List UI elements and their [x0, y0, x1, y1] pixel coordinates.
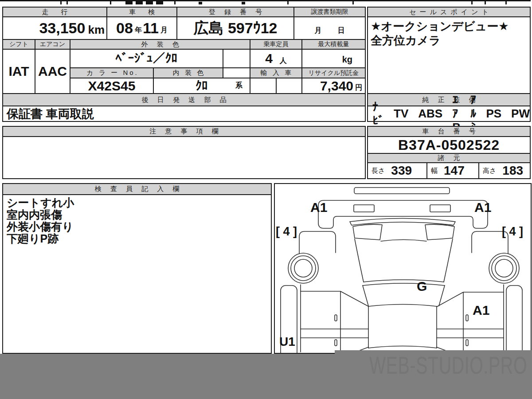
chassis-number-header: 車 台 番 号 [367, 126, 531, 137]
shift-value: IAT [2, 49, 35, 94]
transfer-deadline-value: 月 日 [293, 16, 366, 40]
damage-label-door-right: A1 [473, 303, 489, 318]
damage-label-front-right: A1 [474, 200, 491, 215]
car-diagram: A1 A1 [ 4 ] [ 4 ] G A1 U1 [274, 183, 532, 354]
later-parts-header: 後 日 発 送 部 品 [2, 93, 366, 106]
spec-width: 幅 147 [426, 162, 479, 179]
damage-label-sill-left: U1 [279, 335, 295, 349]
sales-point-line2: 全方位カメラ [371, 33, 527, 47]
maxload-value: kg [301, 49, 366, 68]
capacity-value: 4 人 [250, 49, 302, 68]
sales-point-line1: ★オークションデビュー★ [371, 19, 527, 33]
transfer-deadline-header: 譲渡書類期限 [293, 7, 366, 17]
color-no-header: カ ラ ー No. [70, 67, 154, 78]
empty-cell [223, 49, 250, 68]
shift-header: シフト [2, 39, 35, 50]
exterior-color-header: 外 装 色 [70, 39, 250, 50]
damage-label-side-right: [ 4 ] [502, 225, 523, 239]
damage-label-front-left: A1 [310, 200, 327, 215]
spec-length: 長さ 339 [367, 162, 427, 179]
interior-color-header: 内 装 色 [153, 67, 223, 78]
equipment-item: ABS [418, 107, 442, 121]
empty-cell [223, 67, 250, 78]
recycle-header: リサイクル預託金 [301, 67, 366, 78]
color-no-value: X42S45 [70, 78, 154, 94]
sales-point-body: ★オークションデビュー★ 全方位カメラ [367, 16, 531, 94]
specs-header: 諸 元 [367, 153, 531, 163]
import-header: 輸 入 車 [250, 67, 302, 78]
caution-notes-body [2, 136, 366, 179]
aircon-value: AAC [35, 49, 70, 94]
chassis-number-value: B37A-0502522 [367, 136, 531, 154]
interior-color-suffix: 系 [235, 81, 243, 90]
empty-cell [250, 78, 277, 94]
later-parts-value: 保証書 車両取説 [2, 106, 366, 122]
inspector-header: 検 査 員 記 入 欄 [2, 183, 272, 195]
equipment-body: ﾅﾋﾞ TV ABS ｴｱB ｱﾙﾐ PS PW [367, 106, 531, 122]
empty-cell [276, 78, 302, 94]
equipment-item: PW [511, 107, 530, 121]
recycle-value: 7,340 円 [301, 78, 366, 94]
equipment-item: PS [486, 107, 501, 121]
mileage-header: 走 行 [2, 7, 107, 17]
equipment-item: ﾅﾋﾞ [372, 100, 384, 128]
inspector-body: シートすれ小 室内内張傷 外装小傷有り 下廻りP跡 [2, 194, 272, 354]
caution-notes-header: 注 意 事 項 欄 [2, 126, 366, 137]
mileage-value: 33,150 km [2, 16, 107, 40]
damage-label-windshield: G [417, 279, 427, 294]
spec-height: 高さ 183 [478, 162, 531, 179]
inspection-value: 08 年 11 月 [106, 16, 177, 40]
equipment-item: TV [394, 107, 408, 121]
sales-point-header: セールスポイント [367, 7, 531, 17]
registration-header: 登 録 番 号 [176, 7, 294, 17]
inspector-note: 外装小傷有り [7, 221, 271, 233]
maxload-header: 最大積載量 [301, 39, 366, 50]
aircon-header: エアコン [35, 39, 70, 50]
registration-value: 広島 597ｳ12 [176, 16, 294, 40]
capacity-header: 乗車定員 [250, 39, 302, 50]
auction-sheet: 走 行 車 検 登 録 番 号 譲渡書類期限 33,150 km 08 年 11… [0, 0, 532, 399]
inspector-note: 室内内張傷 [7, 209, 271, 221]
damage-label-side-left: [ 4 ] [276, 225, 297, 239]
mileage-unit: km [88, 23, 105, 37]
equipment-header: 純 正 装 備 [367, 93, 531, 106]
inspector-note: 下廻りP跡 [7, 233, 271, 245]
inspector-note: シートすれ小 [7, 197, 271, 209]
inspection-header: 車 検 [106, 7, 177, 17]
exterior-color-value: ﾍﾞｰｼﾞｭ／ｸﾛ [70, 49, 223, 68]
watermark-text: WEB-STUDIO.PRO [369, 353, 527, 378]
interior-color-value: ｸﾛ 系 [153, 78, 250, 94]
